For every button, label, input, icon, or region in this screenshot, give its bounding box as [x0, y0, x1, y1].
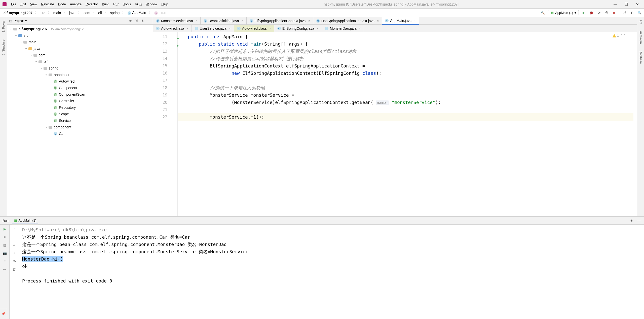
git-icon[interactable]: ⎇ — [622, 10, 627, 15]
menu-navigate[interactable]: Navigate — [39, 1, 56, 7]
up-stack-icon[interactable]: ↑ — [12, 226, 17, 232]
error-stripe[interactable] — [633, 32, 637, 216]
profile-icon[interactable]: ⏱ — [604, 10, 609, 15]
select-opened-file-icon[interactable]: ⊕ — [128, 19, 133, 23]
camera-icon[interactable]: 📷 — [2, 250, 8, 256]
close-tab-icon[interactable]: × — [308, 19, 310, 23]
tree-root[interactable]: ▾ elf-myspring1207 D:\lianxi\elf-mysprin… — [7, 26, 153, 32]
crumb-spring[interactable]: spring — [108, 10, 121, 15]
console-output[interactable]: D:\MySoftware\jdk8\bin\java.exe ... 这不是一… — [19, 225, 644, 319]
crumb-java[interactable]: java — [67, 10, 77, 15]
close-tab-icon[interactable]: × — [229, 27, 231, 30]
editor-tab[interactable]: CAutowired.class× — [234, 25, 274, 32]
dump-threads-icon[interactable]: ▥ — [2, 242, 8, 248]
stripe-project[interactable]: 1: Project — [2, 19, 5, 33]
tree-item-main[interactable]: ▾main — [7, 39, 153, 45]
soft-wrap-icon[interactable]: ⤶ — [12, 242, 17, 248]
stripe-database[interactable]: Database — [639, 50, 642, 65]
crumb-root[interactable]: elf-myspring1207 — [2, 10, 34, 15]
rerun-icon[interactable]: ▶ — [2, 226, 8, 232]
minimize-icon[interactable]: — — [612, 1, 618, 7]
hide-icon[interactable]: — — [146, 19, 151, 23]
editor-tab[interactable]: CMonsterService.java× — [153, 17, 201, 24]
tree-item-annotation[interactable]: ▾annotation — [7, 72, 153, 78]
editor-tab[interactable]: CBeanDefinition.java× — [201, 17, 247, 24]
menu-edit[interactable]: Edit — [18, 1, 28, 7]
close-icon[interactable]: ✕ — [634, 1, 640, 7]
gutter-run-icon[interactable]: ▶ — [177, 35, 179, 42]
pin-icon[interactable]: 📌 — [0, 308, 7, 319]
structure-icon[interactable]: ◧ — [629, 10, 634, 15]
tree-item-autowired[interactable]: @Autowired — [7, 78, 153, 85]
crumb-com[interactable]: com — [82, 10, 92, 15]
expand-all-icon[interactable]: ⇲ — [134, 19, 139, 23]
tree-item-component[interactable]: ▾component — [7, 124, 153, 130]
menu-build[interactable]: Build — [100, 1, 111, 7]
tree-item-service[interactable]: @Service — [7, 117, 153, 124]
menu-view[interactable]: View — [28, 1, 39, 7]
crumb-main[interactable]: main — [52, 10, 62, 15]
search-icon[interactable]: 🔍 — [637, 10, 642, 15]
editor-tab[interactable]: CAppMain.java× — [382, 17, 419, 25]
tree-item-component[interactable]: @Component — [7, 85, 153, 91]
run-button-icon[interactable]: ▶ — [581, 10, 586, 15]
tree-item-java[interactable]: ▾java — [7, 45, 153, 52]
maximize-icon[interactable]: ❐ — [623, 1, 629, 7]
crumb-method-main[interactable]: mmain — [153, 10, 168, 15]
editor-tab[interactable]: CMonsterDao.java× — [322, 25, 364, 32]
menu-vcs[interactable]: VCS — [133, 1, 144, 7]
editor-tab[interactable]: CAutowired.java× — [153, 25, 192, 32]
menu-help[interactable]: Help — [159, 1, 170, 7]
close-tab-icon[interactable]: × — [241, 19, 243, 23]
tree-item-car[interactable]: CCar — [7, 130, 153, 137]
crumb-src[interactable]: src — [39, 10, 47, 15]
menu-analyze[interactable]: Analyze — [68, 1, 84, 7]
run-settings-icon[interactable]: ✷ — [629, 218, 634, 223]
coverage-icon[interactable]: ⟳ — [596, 10, 601, 15]
gutter-run-icon[interactable]: ▶ — [177, 42, 179, 49]
tree-item-elf[interactable]: ▾elf — [7, 58, 153, 65]
stripe-maven[interactable]: m Maven — [639, 30, 642, 45]
tree-item-controller[interactable]: @Controller — [7, 98, 153, 104]
close-tab-icon[interactable]: × — [269, 27, 271, 30]
stop-run-icon[interactable]: ■ — [2, 234, 8, 240]
close-tab-icon[interactable]: × — [414, 19, 416, 22]
crumb-appmain[interactable]: CAppMain — [126, 10, 147, 15]
clear-icon[interactable]: 🗑 — [12, 266, 17, 272]
close-tab-icon[interactable]: × — [317, 27, 319, 30]
menu-file[interactable]: File — [9, 1, 18, 7]
crumb-elf[interactable]: elf — [97, 10, 103, 15]
layout-icon[interactable]: ≡ — [2, 258, 8, 264]
close-tab-icon[interactable]: × — [377, 19, 379, 23]
close-tab-icon[interactable]: × — [196, 19, 197, 23]
stripe-structure[interactable]: 7: Structure — [2, 39, 5, 56]
close-tab-icon[interactable]: × — [187, 27, 188, 30]
settings-icon[interactable]: ✷ — [140, 19, 145, 23]
menu-window[interactable]: Window — [144, 1, 159, 7]
editor-tab[interactable]: CHspSpringApplicationContext.java× — [313, 17, 382, 24]
run-configuration-select[interactable]: ▦ AppMain (1) ▾ — [548, 10, 579, 15]
editor-tab[interactable]: CElfSpringApplicationContext.java× — [247, 17, 313, 24]
tree-item-repository[interactable]: @Repository — [7, 104, 153, 111]
menu-run[interactable]: Run — [111, 1, 121, 7]
menu-code[interactable]: Code — [56, 1, 68, 7]
tree-item-scope[interactable]: @Scope — [7, 111, 153, 117]
stop-icon[interactable]: ■ — [612, 10, 617, 15]
build-icon[interactable]: 🔨 — [540, 10, 545, 15]
project-tree[interactable]: ▾ elf-myspring1207 D:\lianxi\elf-mysprin… — [7, 25, 153, 216]
run-tab[interactable]: ▦ AppMain (1) — [12, 217, 38, 224]
inspection-badge[interactable]: 1 ˆ ˇ — [613, 34, 625, 38]
run-hide-icon[interactable]: — — [636, 218, 641, 223]
tree-item-src[interactable]: ▾src — [7, 32, 153, 39]
editor-tab[interactable]: CElfSpringConfig.java× — [274, 25, 322, 32]
scroll-end-icon[interactable]: ⤵ — [12, 250, 17, 256]
exit-icon[interactable]: ⇤ — [2, 266, 8, 272]
editor-tab[interactable]: CUserService.java× — [192, 25, 234, 32]
editor-body[interactable]: 11▶12▶13141516171819202122 public class … — [153, 32, 637, 216]
tree-item-componentscan[interactable]: @ComponentScan — [7, 91, 153, 98]
tree-item-spring[interactable]: ▾spring — [7, 65, 153, 72]
menu-tools[interactable]: Tools — [121, 1, 133, 7]
down-stack-icon[interactable]: ↓ — [12, 234, 17, 240]
code-area[interactable]: public class AppMain { public static voi… — [178, 32, 633, 216]
stripe-ant[interactable]: Ant — [639, 19, 642, 25]
